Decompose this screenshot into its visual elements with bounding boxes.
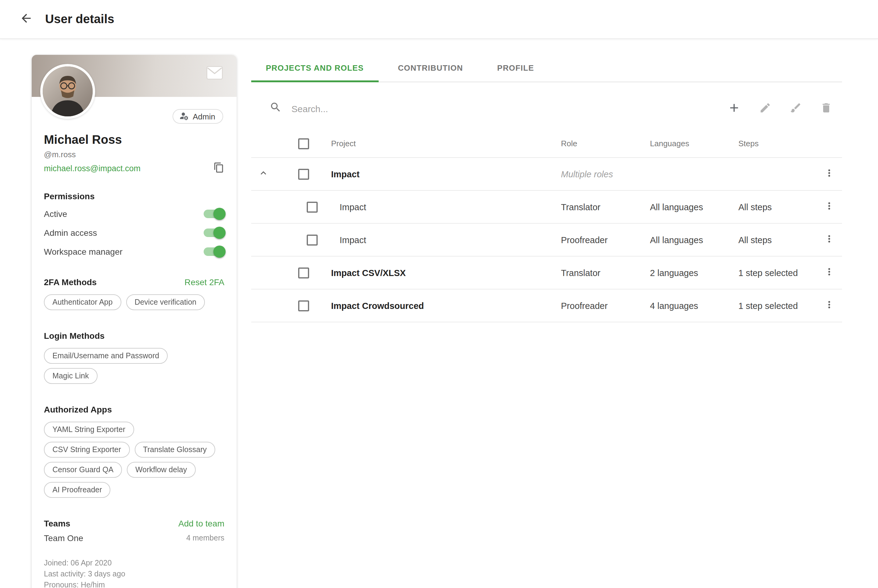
cell-steps: All steps <box>738 202 816 212</box>
authorized-app-chips: YAML String ExporterCSV String ExporterT… <box>44 422 224 502</box>
app-header: User details <box>0 0 878 39</box>
collapse-row-button[interactable] <box>251 298 275 313</box>
collapse-row-button[interactable] <box>251 232 275 248</box>
cell-role: Translator <box>561 268 650 278</box>
permission-toggle[interactable] <box>204 247 224 256</box>
edit-button[interactable] <box>758 100 773 117</box>
authorized-app-chip: Translate Glossary <box>134 442 215 458</box>
row-checkbox[interactable] <box>298 267 309 278</box>
user-email-link[interactable]: michael.ross@impact.com <box>44 164 141 173</box>
tab[interactable]: PROFILE <box>483 54 549 82</box>
projects-table: Impact Multiple roles <box>251 158 842 322</box>
meta-line: Joined: 06 Apr 2020 <box>44 558 224 568</box>
team-row: Team One 4 members <box>44 532 224 544</box>
permission-label: Workspace manager <box>44 246 123 256</box>
cell-project: Impact <box>320 169 561 179</box>
chevron-up-icon <box>258 266 269 279</box>
reset-2fa-link[interactable]: Reset 2FA <box>185 277 224 287</box>
user-meta: Joined: 06 Apr 2020Last activity: 3 days… <box>44 558 224 588</box>
row-menu-button[interactable] <box>824 299 835 312</box>
permission-label: Active <box>44 209 67 219</box>
column-header-role: Role <box>561 139 650 148</box>
twofa-title: 2FA Methods <box>44 277 97 288</box>
row-checkbox[interactable] <box>298 300 309 311</box>
row-menu-button[interactable] <box>824 168 835 180</box>
permission-toggle[interactable] <box>204 228 224 237</box>
user-name: Michael Ross <box>44 132 224 147</box>
tab-bar: PROJECTS AND ROLESCONTRIBUTIONPROFILE <box>251 54 842 82</box>
login-methods-title: Login Methods <box>44 330 224 341</box>
authorized-app-chip: Censor Guard QA <box>44 462 122 478</box>
tab[interactable]: CONTRIBUTION <box>383 54 478 82</box>
login-method-chips: Email/Username and PasswordMagic Link <box>44 348 224 388</box>
row-checkbox[interactable] <box>307 201 318 212</box>
cell-role: Proofreader <box>561 235 650 244</box>
meta-line: Last activity: 3 days ago <box>44 568 224 579</box>
authorized-app-chip: AI Proofreader <box>44 482 111 498</box>
teams-section-head: Teams Add to team <box>44 518 224 529</box>
toggle-knob <box>213 245 226 258</box>
authorized-app-chip: Workflow delay <box>127 462 195 478</box>
cell-languages: All languages <box>650 202 738 212</box>
kebab-menu-icon <box>824 299 835 312</box>
login-method-chip: Email/Username and Password <box>44 348 168 364</box>
row-checkbox[interactable] <box>298 168 309 180</box>
email-row: michael.ross@impact.com <box>44 162 224 175</box>
table-row: Impact Multiple roles <box>251 158 842 191</box>
permissions-list: Active Admin access Workspace manager <box>44 204 224 261</box>
cell-project: Impact <box>320 202 561 212</box>
row-menu-button[interactable] <box>824 201 835 213</box>
collapse-row-button[interactable] <box>251 166 275 182</box>
cell-languages: 4 languages <box>650 301 738 310</box>
chevron-up-icon <box>258 299 269 312</box>
cell-steps: 1 step selected <box>738 301 816 310</box>
add-button[interactable] <box>726 100 742 117</box>
table-row: Impact CSV/XLSX Translator 2 languages 1… <box>251 256 842 290</box>
column-header-languages: Languages <box>650 139 738 148</box>
meta-line: Pronouns: He/him <box>44 579 224 588</box>
permission-row: Workspace manager <box>44 242 224 261</box>
manage-accounts-icon <box>179 111 189 122</box>
row-checkbox[interactable] <box>307 234 318 245</box>
row-menu-button[interactable] <box>824 266 835 279</box>
main-area: Admin Michael Ross @m.ross michael.ross@… <box>0 39 878 322</box>
cell-languages: 2 languages <box>650 268 738 278</box>
user-card: Admin Michael Ross @m.ross michael.ross@… <box>32 55 236 588</box>
arrow-left-icon <box>20 12 33 27</box>
copy-email-button[interactable] <box>213 161 224 175</box>
cell-steps: All steps <box>738 235 816 244</box>
trash-icon <box>820 102 832 116</box>
user-username: @m.ross <box>44 149 224 160</box>
toggle-knob <box>213 207 226 220</box>
permissions-title: Permissions <box>44 191 224 202</box>
row-menu-button[interactable] <box>824 233 835 246</box>
delete-button[interactable] <box>819 100 833 117</box>
kebab-menu-icon <box>824 233 835 246</box>
kebab-menu-icon <box>824 201 835 213</box>
table-row: Impact Translator All languages All step… <box>251 191 842 224</box>
toggle-knob <box>213 226 226 238</box>
search-icon <box>269 101 282 116</box>
twofa-section-head: 2FA Methods Reset 2FA <box>44 277 224 288</box>
copy-icon <box>213 161 224 175</box>
table-header-row: Project Role Languages Steps <box>251 130 842 158</box>
search-input[interactable] <box>290 103 546 114</box>
permission-toggle[interactable] <box>204 209 224 218</box>
search-box <box>251 101 726 116</box>
cell-project: Impact <box>320 235 561 244</box>
add-to-team-link[interactable]: Add to team <box>178 519 224 528</box>
back-button[interactable] <box>16 8 37 30</box>
chevron-up-icon <box>258 201 269 213</box>
details-content: PROJECTS AND ROLESCONTRIBUTIONPROFILE <box>251 39 842 322</box>
select-all-checkbox[interactable] <box>298 138 309 149</box>
twofa-chip: Authenticator App <box>44 294 121 310</box>
chevron-up-icon <box>258 233 269 246</box>
collapse-row-button[interactable] <box>251 199 275 214</box>
send-email-button[interactable] <box>205 64 224 83</box>
tab[interactable]: PROJECTS AND ROLES <box>251 54 378 82</box>
plus-icon <box>728 101 741 116</box>
collapse-row-button[interactable] <box>251 265 275 280</box>
cell-role: Multiple roles <box>561 169 650 179</box>
cell-role: Proofreader <box>561 301 650 310</box>
clear-roles-button[interactable] <box>788 100 803 117</box>
